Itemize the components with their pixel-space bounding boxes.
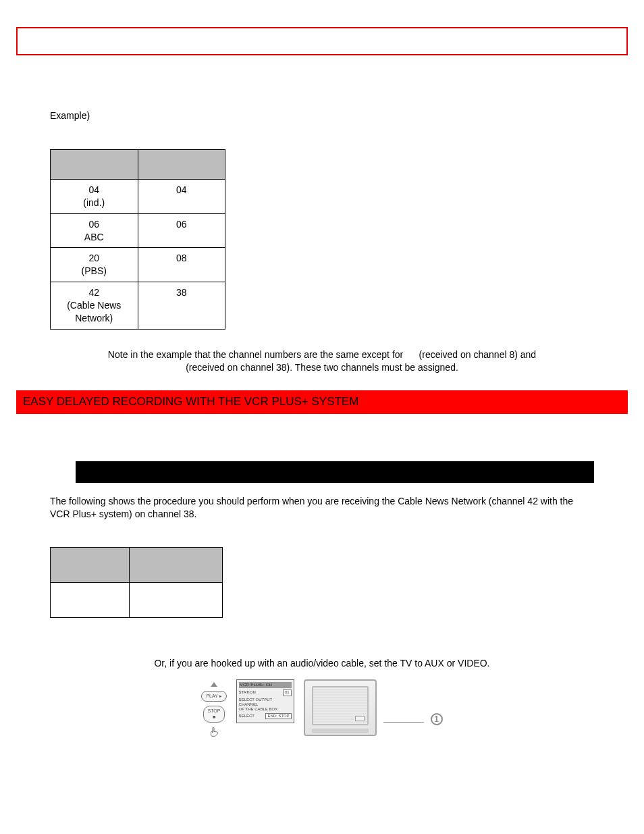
cell-line: 38 [176,287,187,298]
table-row [51,583,223,618]
table-row: 20 (PBS) 08 [51,248,225,282]
remote-buttons: PLAY ▸ STOP■ [201,679,226,738]
cell-station: 06 ABC [51,213,138,248]
aux-note: Or, if you are hooked up with an audio/v… [50,657,594,670]
cell-line: (ind.) [83,197,105,208]
table-row: 06 ABC 06 [51,213,225,248]
cell-line: 08 [176,253,187,263]
osd-row-label: STATION [239,690,256,695]
osd-desc: SELECT OUTPUT CHANNEL [239,698,292,707]
table-row: 04 (ind.) 04 [51,179,225,213]
play-label: PLAY [206,694,217,698]
osd-desc: OF THE CABLE BOX [239,707,292,712]
callout-number: 1 [431,713,443,725]
table-header-row [51,548,223,583]
channel-table: 04 (ind.) 04 06 ABC 06 20 (PBS [50,149,225,330]
cell-channel: 04 [138,179,225,213]
screen-overlay-chip [355,716,365,721]
cell-station: 04 (ind.) [51,179,138,213]
cell-station: 20 (PBS) [51,248,138,282]
cell-station: 42 (Cable News Network) [51,282,138,330]
cell-line: 42 [88,287,99,298]
cell-line: 20 [88,253,99,263]
table-header-row [51,149,225,179]
osd-title: VCR PLUS+ CH [239,682,292,688]
empty-cell [51,583,130,618]
osd-row: STATION 01 [239,689,292,696]
section-heading-red: EASY DELAYED RECORDING WITH THE VCR PLUS… [16,390,628,414]
figure-row: PLAY ▸ STOP■ VCR PLUS+ CH STATION 01 SEL… [50,679,594,738]
callout-line [383,722,424,723]
table-header-col-b [138,149,225,179]
note-text: (received on channel 8) and [419,349,537,360]
page-content: Example) 04 (ind.) 04 06 ABC [16,109,628,739]
table-header-col-a [51,548,130,583]
empty-cell [130,583,223,618]
table-row: 42 (Cable News Network) 38 [51,282,225,330]
tv-icon [304,679,377,736]
osd-row: SELECT END: STOP [239,713,292,719]
cell-line: 04 [88,184,99,195]
cell-line: (Cable News [67,300,121,311]
procedure-paragraph: The following shows the procedure you sh… [50,495,594,521]
tv-figure: 1 [304,679,443,736]
note-text: Note in the example that the channel num… [108,349,403,360]
tv-screen [312,686,369,725]
osd-row-value: END: STOP [265,713,291,719]
cell-line: 06 [176,219,187,230]
hand-pointer-icon [209,727,219,739]
cell-channel: 38 [138,282,225,330]
top-red-frame [16,27,628,55]
osd-row-label: SELECT [239,714,254,719]
table-header-col-a [51,149,138,179]
triangle-up-icon [211,682,217,687]
cell-line: (PBS) [82,265,107,276]
black-bar [76,461,594,483]
cell-line: Network) [75,313,113,323]
note-paragraph: Note in the example that the channel num… [50,348,594,374]
cell-channel: 06 [138,213,225,248]
play-button[interactable]: PLAY ▸ [201,691,226,701]
stop-label: STOP [208,708,221,713]
osd-row-value: 01 [283,689,292,696]
stop-button[interactable]: STOP■ [203,706,225,723]
tv-base [312,729,369,733]
cell-line: 06 [88,219,99,230]
note-text: (received on channel 38). These two chan… [186,362,458,373]
assignment-table [50,547,223,618]
table-header-col-b [130,548,223,583]
cell-line: 04 [176,184,187,195]
cell-channel: 08 [138,248,225,282]
on-screen-display: VCR PLUS+ CH STATION 01 SELECT OUTPUT CH… [236,679,294,723]
cell-line: ABC [84,232,104,242]
example-label: Example) [50,109,594,122]
